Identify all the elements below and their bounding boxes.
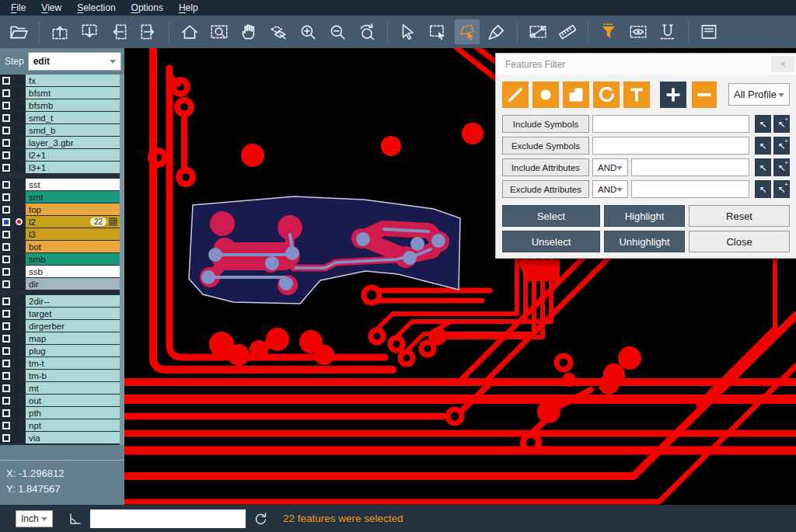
angle-mode-button[interactable] [68, 511, 83, 527]
layer-name-cell[interactable]: mt [26, 382, 120, 394]
pick-symbol-add-button[interactable]: ↖+ [773, 137, 790, 155]
layer-row[interactable]: smb [0, 253, 120, 265]
layer-visibility-checkbox[interactable] [2, 89, 10, 97]
layer-visibility-checkbox[interactable] [2, 218, 10, 226]
layer-row[interactable]: tm-t [0, 357, 120, 369]
layer-visibility-checkbox[interactable] [2, 310, 10, 318]
layer-name-cell[interactable]: npt [26, 419, 120, 431]
include-symbols-button[interactable]: Include Symbols [502, 115, 589, 133]
dialog-title-bar[interactable]: Features Filter × [496, 54, 796, 75]
layer-row[interactable]: smd_t [0, 112, 120, 123]
pick-symbol-add-button[interactable]: ↖+ [773, 115, 790, 133]
layer-name-cell[interactable]: smt [26, 191, 120, 203]
layer-visibility-checkbox[interactable] [2, 409, 10, 417]
menu-item[interactable]: View [33, 1, 69, 15]
layer-name-cell[interactable]: l3+1 [26, 162, 120, 173]
filter-arc-button[interactable] [593, 82, 620, 108]
layer-name-cell[interactable]: smb [26, 253, 120, 265]
grid-icon[interactable] [109, 217, 117, 226]
layer-visibility-checkbox[interactable] [2, 139, 10, 147]
polygon-select-button[interactable] [455, 19, 480, 44]
layer-name-cell[interactable]: via [26, 432, 120, 443]
layer-row[interactable]: dirgerber [0, 320, 120, 332]
home-view-button[interactable] [177, 19, 202, 44]
layer-name-cell[interactable]: smd_t [26, 112, 120, 123]
filter-pad-button[interactable] [532, 82, 559, 108]
layer-name-cell[interactable]: pth [26, 407, 120, 419]
layer-visibility-checkbox[interactable] [2, 151, 10, 159]
layer-row[interactable]: out [0, 395, 120, 406]
layer-row[interactable]: 2dir-- [0, 295, 120, 307]
shift-down-button[interactable] [77, 19, 102, 44]
layer-row[interactable]: tm-b [0, 370, 120, 381]
menu-item[interactable]: Options [124, 1, 171, 15]
step-select[interactable]: edit [28, 52, 121, 71]
layer-name-cell[interactable]: out [26, 395, 120, 406]
shift-up-button[interactable] [47, 19, 72, 44]
layer-visibility-checkbox[interactable] [2, 102, 10, 110]
layer-visibility-checkbox[interactable] [2, 397, 10, 405]
layer-visibility-checkbox[interactable] [2, 206, 10, 214]
snap-magnet-button[interactable] [655, 19, 680, 44]
units-select[interactable]: Inch [16, 510, 53, 527]
layer-row[interactable]: plug [0, 345, 120, 356]
layer-name-cell[interactable]: l2 22 [26, 216, 120, 228]
filter-text-button[interactable] [623, 82, 650, 108]
layer-name-cell[interactable]: smd_b [26, 124, 120, 136]
clear-brush-button[interactable] [484, 19, 509, 44]
layer-row[interactable]: npt [0, 419, 120, 431]
layer-row[interactable]: mt [0, 382, 120, 394]
layer-name-cell[interactable]: l2+1 [26, 149, 120, 161]
layer-visibility-checkbox[interactable] [2, 114, 10, 122]
show-eye-button[interactable] [626, 19, 651, 44]
layer-visibility-checkbox[interactable] [2, 256, 10, 263]
close-button[interactable]: Close [689, 231, 790, 252]
layer-visibility-checkbox[interactable] [2, 322, 10, 330]
refresh-button[interactable] [253, 511, 268, 527]
unselect-button[interactable]: Unselect [502, 231, 600, 252]
layer-visibility-checkbox[interactable] [2, 193, 10, 201]
close-icon[interactable]: × [771, 56, 794, 72]
layer-visibility-checkbox[interactable] [2, 347, 10, 355]
zoom-area-button[interactable] [207, 19, 232, 44]
rectangle-select-button[interactable] [425, 19, 450, 44]
layer-row[interactable]: fx [0, 75, 120, 86]
layer-name-cell[interactable]: dirgerber [26, 320, 120, 332]
open-file-button[interactable] [6, 19, 31, 44]
menu-item[interactable]: Selection [69, 1, 123, 15]
select-arrow-button[interactable] [396, 19, 421, 44]
layer-name-cell[interactable]: bfsmt [26, 87, 120, 99]
layer-name-cell[interactable]: dir [26, 278, 120, 290]
layer-row[interactable]: l3+1 [0, 162, 120, 173]
layer-name-cell[interactable]: 2dir-- [26, 295, 120, 307]
exclude-symbols-button[interactable]: Exclude Symbols [502, 137, 589, 155]
filter-surface-button[interactable] [563, 82, 589, 108]
include-attributes-input[interactable] [631, 158, 749, 176]
layer-row[interactable]: l2 22 [0, 216, 120, 228]
exclude-attributes-op-select[interactable]: AND [592, 180, 628, 198]
layer-visibility-checkbox[interactable] [2, 297, 10, 305]
layer-name-cell[interactable]: sst [26, 179, 120, 190]
layer-visibility-checkbox[interactable] [2, 243, 10, 251]
layer-row[interactable]: bfsmt [0, 87, 120, 99]
pcb-canvas[interactable]: Features Filter × All Profile [124, 48, 796, 505]
layer-visibility-checkbox[interactable] [2, 422, 10, 429]
include-attributes-button[interactable]: Include Attributes [502, 158, 589, 176]
layer-name-cell[interactable]: fx [26, 75, 120, 86]
reset-button[interactable]: Reset [689, 205, 790, 227]
layer-row[interactable]: sst [0, 179, 120, 190]
pick-attribute-button[interactable]: ↖ [755, 158, 771, 176]
layer-row[interactable]: top [0, 203, 120, 215]
layer-row[interactable]: dir [0, 278, 120, 290]
layer-name-cell[interactable]: l3 [26, 228, 120, 240]
layer-name-cell[interactable]: bot [26, 241, 120, 252]
layer-visibility-checkbox[interactable] [2, 280, 10, 288]
zoom-previous-button[interactable] [354, 19, 379, 44]
layer-visibility-checkbox[interactable] [2, 181, 10, 189]
layer-name-cell[interactable]: bfsmb [26, 99, 120, 111]
layer-name-cell[interactable]: target [26, 308, 120, 319]
pick-symbol-button[interactable]: ↖ [755, 137, 771, 155]
pick-attribute-button[interactable]: ↖ [755, 180, 771, 198]
layer-visibility-checkbox[interactable] [2, 434, 10, 442]
ruler-button[interactable] [555, 19, 580, 44]
